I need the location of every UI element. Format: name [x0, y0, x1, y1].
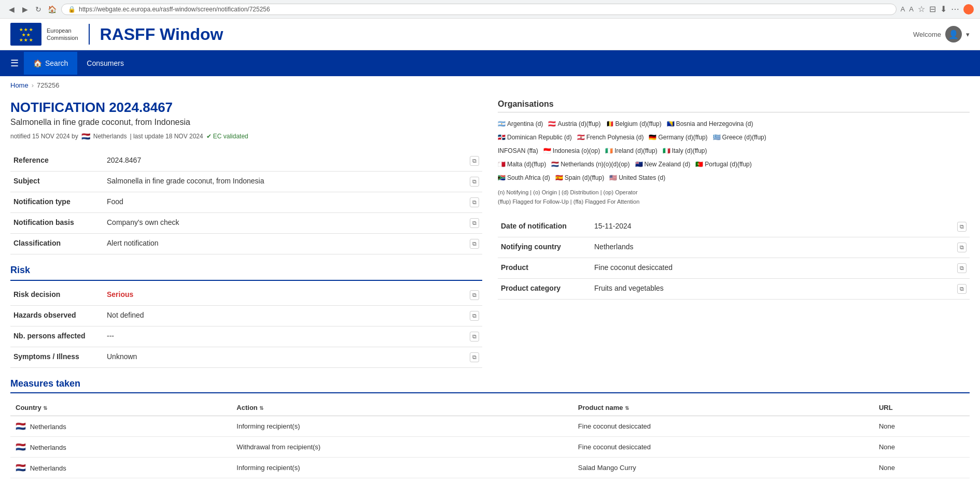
copy-button[interactable]: ⧉ [470, 239, 479, 249]
risk-section-title: Risk [10, 265, 482, 276]
org-text: New Zealand (d) [645, 158, 691, 170]
translate-icon[interactable]: A [901, 5, 905, 13]
country-flag: 🇦🇹 [548, 118, 556, 130]
refresh-button[interactable]: ↻ [33, 4, 44, 15]
info-value: Food ⧉ [104, 192, 482, 213]
org-item: 🇮🇪Ireland (d)(ffup) [605, 145, 657, 157]
nav-item-search[interactable]: 🏠 Search [24, 52, 77, 75]
svg-text:★ ★ ★: ★ ★ ★ [19, 27, 33, 32]
measures-column-header: Product name⇅ [573, 400, 874, 416]
info-table-row: Classification Alert notification ⧉ [10, 234, 482, 254]
copy-button[interactable]: ⧉ [470, 352, 479, 362]
country-flag-icon: 🇳🇱 [16, 463, 26, 472]
risk-value: Serious ⧉ [104, 285, 482, 306]
info-value: 2024.8467 ⧉ [104, 151, 482, 172]
bookmarks-icon[interactable]: ⊟ [929, 4, 936, 14]
measure-country: 🇳🇱 Netherlands [10, 437, 231, 458]
org-text: INFOSAN (ffa) [498, 145, 538, 157]
country-flag: 🇦🇷 [498, 118, 506, 130]
forward-button[interactable]: ▶ [20, 4, 30, 15]
risk-table-row: Risk decision Serious ⧉ [10, 285, 482, 306]
org-text: Ireland (d)(ffup) [614, 145, 657, 157]
copy-button[interactable]: ⧉ [957, 243, 967, 252]
org-text: South Africa (d) [507, 172, 550, 184]
more-icon[interactable]: ⋯ [951, 4, 959, 14]
measure-product-name: Fine coconut desiccated [573, 416, 874, 437]
copy-button[interactable]: ⧉ [957, 222, 967, 232]
org-row: 🇩🇴Dominican Republic (d)🇵🇫French Polynes… [498, 131, 970, 144]
sort-icon[interactable]: ⇅ [259, 405, 263, 411]
measures-table-row: 🇳🇱 Netherlands Informing recipient(s) Sa… [10, 458, 970, 478]
rasff-title: RASFF Window [100, 25, 223, 44]
org-item: INFOSAN (ffa) [498, 145, 538, 157]
reader-icon[interactable]: A [909, 5, 914, 13]
copy-button[interactable]: ⧉ [470, 332, 479, 342]
copy-button[interactable]: ⧉ [470, 156, 479, 166]
country-flag: 🇪🇸 [555, 172, 563, 184]
svg-text:★   ★: ★ ★ [22, 33, 31, 37]
nav-item-consumers[interactable]: Consumers [77, 52, 133, 75]
measure-action: Withdrawal from recipient(s) [231, 437, 572, 458]
notification-meta: notified 15 NOV 2024 by 🇳🇱 Netherlands |… [10, 132, 482, 140]
sort-icon[interactable]: ⇅ [625, 405, 629, 411]
chevron-down-icon[interactable]: ▾ [966, 31, 970, 38]
browser-bar: ◀ ▶ ↻ 🏠 🔒 https://webgate.ec.europa.eu/r… [0, 0, 980, 19]
nav-bar: ☰ 🏠 Search Consumers [0, 50, 980, 76]
info-label: Classification [10, 234, 104, 254]
org-item: 🇳🇿New Zealand (d) [635, 158, 691, 170]
avatar[interactable]: 👤 [945, 26, 962, 42]
welcome-text: Welcome [913, 31, 941, 38]
copy-button[interactable]: ⧉ [957, 284, 967, 294]
country-flag: 🇩🇪 [649, 131, 656, 144]
logo-area: ★ ★ ★ ★ ★ ★ ★ ★ European Commission RASF… [10, 23, 223, 46]
copy-button[interactable]: ⧉ [470, 290, 479, 300]
breadcrumb-home-link[interactable]: Home [10, 81, 29, 89]
column-label: Action [236, 404, 257, 411]
breadcrumb: Home › 725256 [0, 76, 980, 94]
bookmark-icon[interactable]: ☆ [918, 4, 925, 14]
detail-table-row: Product category Fruits and vegetables ⧉ [498, 279, 970, 300]
org-text: Malta (d)(ffup) [507, 158, 546, 170]
org-legend: (n) Notifying | (o) Origin | (d) Distrib… [498, 188, 970, 206]
sort-icon[interactable]: ⇅ [43, 405, 47, 411]
risk-value: Unknown ⧉ [104, 347, 482, 368]
hamburger-menu-icon[interactable]: ☰ [5, 52, 24, 74]
risk-table: Risk decision Serious ⧉ Hazards observed… [10, 285, 482, 368]
risk-label: Risk decision [10, 285, 104, 306]
left-column: NOTIFICATION 2024.8467 Salmonella in fin… [10, 99, 482, 368]
commission-label: European Commission [47, 27, 78, 42]
address-bar[interactable]: 🔒 https://webgate.ec.europa.eu/rasff-win… [61, 4, 897, 15]
column-label: Product name [578, 404, 623, 411]
org-item: 🇵🇫French Polynesia (d) [577, 131, 644, 144]
risk-label: Hazards observed [10, 306, 104, 326]
copy-button[interactable]: ⧉ [470, 197, 479, 207]
info-table-row: Notification basis Company's own check ⧉ [10, 213, 482, 234]
measures-column-header: Action⇅ [231, 400, 572, 416]
download-icon[interactable]: ⬇ [940, 4, 947, 14]
meta-country: Netherlands [93, 133, 127, 140]
org-text: Indonesia (o)(op) [553, 145, 600, 157]
info-label: Notification basis [10, 213, 104, 234]
home-button[interactable]: 🏠 [47, 4, 57, 15]
header-divider [89, 24, 90, 45]
detail-table-row: Notifying country Netherlands ⧉ [498, 237, 970, 258]
measure-url: None [874, 437, 970, 458]
country-flag: 🇳🇱 [551, 158, 559, 170]
copy-button[interactable]: ⧉ [957, 263, 967, 273]
org-item: 🇧🇪Belgium (d)(ffup) [606, 118, 662, 130]
svg-text:★ ★ ★: ★ ★ ★ [19, 38, 33, 42]
validated-icon: ✔ [206, 133, 212, 140]
content-grid: NOTIFICATION 2024.8467 Salmonella in fin… [10, 99, 970, 368]
eu-logo: ★ ★ ★ ★ ★ ★ ★ ★ [10, 23, 41, 46]
org-text: French Polynesia (d) [586, 131, 644, 144]
org-item: 🇮🇹Italy (d)(ffup) [663, 145, 707, 157]
copy-button[interactable]: ⧉ [470, 177, 479, 187]
org-legend-line1: (n) Notifying | (o) Origin | (d) Distrib… [498, 188, 970, 197]
risk-value: --- ⧉ [104, 326, 482, 347]
copy-button[interactable]: ⧉ [470, 311, 479, 321]
country-name: Netherlands [30, 464, 66, 472]
browser-controls: ◀ ▶ ↻ 🏠 [6, 4, 57, 15]
copy-button[interactable]: ⧉ [470, 218, 479, 228]
org-text: Greece (d)(ffup) [722, 131, 766, 144]
back-button[interactable]: ◀ [6, 4, 17, 15]
